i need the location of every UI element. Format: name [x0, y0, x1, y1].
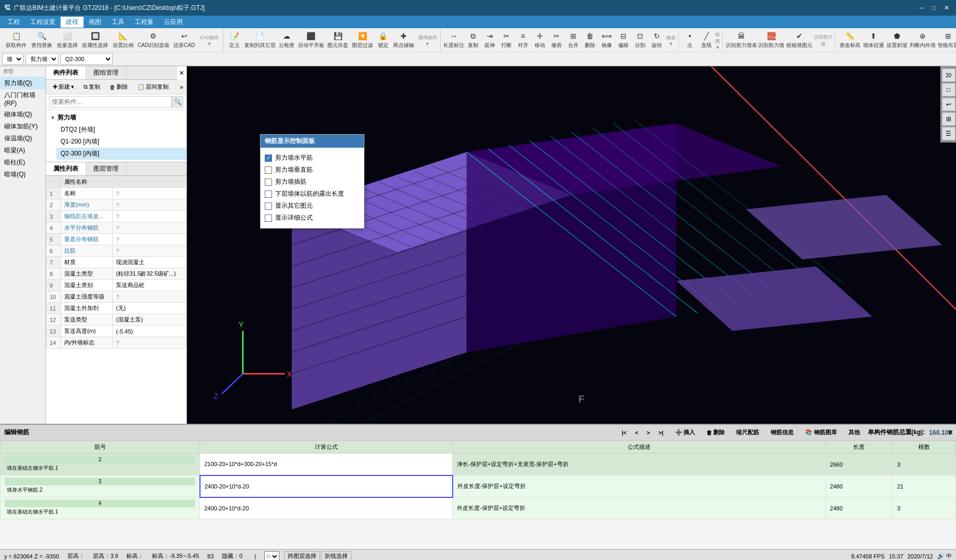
search-button[interactable]: 🔍: [172, 96, 183, 108]
attr-row-value[interactable]: (无): [113, 303, 186, 314]
menu-item-gongcheng[interactable]: 工程: [2, 17, 25, 28]
btn-status-1[interactable]: |: [251, 552, 259, 561]
btn-check-wall[interactable]: ✔ 校核墙图元: [786, 29, 812, 51]
btn-attr-select[interactable]: 🔲 按属性选择: [80, 29, 110, 51]
btn-polyline-select[interactable]: 折线选择: [321, 551, 351, 560]
btn-layer-copy[interactable]: 📋 层间复制: [134, 81, 172, 92]
btn-cad-options[interactable]: ⚙ CAD识别选项: [136, 29, 171, 51]
btn-delete[interactable]: 🗑 删除: [582, 29, 598, 51]
type-block-wall[interactable]: 砌体墙(Q): [0, 109, 45, 121]
btn-auto-align[interactable]: ⬛ 自动平齐板: [297, 29, 325, 51]
popup-checkbox-item[interactable]: 剪力墙垂直筋: [265, 164, 360, 176]
type-shear-wall[interactable]: 剪力墙(Q): [0, 77, 45, 89]
type-hidden-wall[interactable]: 暗墙(Q): [0, 169, 45, 181]
popup-checkbox-item[interactable]: 显示其它图元: [265, 200, 360, 212]
btn-rebar-info[interactable]: 钢筋信息: [767, 427, 797, 438]
btn-other[interactable]: 其他: [845, 427, 864, 438]
btn-delete-comp[interactable]: 🗑 删除: [106, 81, 132, 92]
type-block-rebar[interactable]: 砌体加筋(Y): [0, 121, 45, 133]
btn-length-mark[interactable]: ↔ 长度标注: [444, 29, 464, 51]
comp-panel-close[interactable]: ✕: [177, 68, 186, 78]
btn-wall-through[interactable]: ⬆ 墙体拉通: [862, 29, 884, 51]
popup-checkbox-item[interactable]: 下层墙体以筋的露出长度: [265, 188, 360, 200]
tab-drawing-manage[interactable]: 图纸管理: [86, 66, 126, 79]
btn-draw-point[interactable]: • 点: [682, 29, 698, 51]
tree-item-q2-300[interactable]: Q2-300 [内墙]: [56, 148, 186, 160]
btn-select-box[interactable]: □: [261, 550, 283, 561]
btn-smart-layout[interactable]: ⊞ 智能布置: [937, 29, 956, 51]
tree-item-dtq2[interactable]: DTQ2 [外墙]: [56, 124, 186, 136]
btn-scale-config[interactable]: 缩尺配筋: [733, 427, 763, 438]
tab-attr-list[interactable]: 属性列表: [46, 162, 86, 175]
btn-define[interactable]: 📝 定义: [227, 29, 242, 51]
side-btn-4[interactable]: ⊞: [942, 112, 955, 126]
btn-recognize-wall1[interactable]: 🏛 识别剪力墙表: [726, 29, 757, 51]
rebar-formula[interactable]: 2400-20+10*d-20: [200, 497, 453, 519]
popup-checkbox-item[interactable]: ✓剪力墙水平筋: [265, 152, 360, 164]
btn-new-comp[interactable]: ✚ 新建 ▾: [49, 81, 78, 92]
btn-nav-first[interactable]: |<: [618, 428, 631, 437]
btn-set-scale[interactable]: 📐 设置比例: [111, 29, 135, 51]
select-box-type[interactable]: □: [264, 551, 279, 561]
btn-cross-layer[interactable]: 跨图层选择: [284, 551, 320, 560]
bottom-close-btn[interactable]: ✕: [948, 429, 953, 436]
menu-item-gongchengshezhis[interactable]: 工程设置: [25, 17, 61, 28]
btn-rebar-delete[interactable]: 🗑 删除: [703, 427, 728, 438]
menu-item-shitu[interactable]: 视图: [84, 17, 107, 28]
btn-break[interactable]: ✂ 打断: [499, 29, 514, 51]
menu-item-gongchengliang[interactable]: 工程量: [129, 17, 159, 28]
btn-get-component[interactable]: 📋 获取构件: [4, 29, 29, 51]
tree-item-q1-200[interactable]: Q1-200 [内墙]: [56, 136, 186, 148]
element-type-select[interactable]: 墙: [2, 53, 23, 65]
btn-merge[interactable]: ⊞ 合并: [565, 29, 581, 51]
btn-trim[interactable]: ✂ 修剪: [549, 29, 564, 51]
btn-cloud-check[interactable]: ☁ 云检查: [277, 29, 296, 51]
btn-set-slope[interactable]: ⬟ 设置斜坡: [886, 29, 908, 51]
btn-mirror[interactable]: ⟺ 镜像: [599, 29, 615, 51]
minimize-button[interactable]: ─: [916, 3, 927, 13]
type-rf-wall[interactable]: 八门门框墙(RF): [0, 89, 45, 109]
menu-item-yunyingyong[interactable]: 云应用: [159, 17, 188, 28]
tab-component-list[interactable]: 构件列表: [46, 66, 86, 79]
attr-row-value[interactable]: (-5.45): [113, 326, 186, 337]
side-btn-2[interactable]: □: [942, 83, 955, 97]
new-comp-dropdown[interactable]: ▾: [71, 84, 74, 90]
btn-nav-next[interactable]: >: [643, 428, 654, 437]
btn-offset[interactable]: ⊟ 偏移: [616, 29, 631, 51]
tree-root-shear-wall[interactable]: ▼ 剪力墙: [46, 112, 186, 124]
sub-type-select[interactable]: 剪力墙: [26, 53, 58, 65]
attr-row-value[interactable]: (混凝土泵): [113, 314, 186, 326]
btn-move[interactable]: ✛ 移动: [532, 29, 548, 51]
popup-checkbox-item[interactable]: 剪力墙插筋: [265, 176, 360, 188]
btn-batch-select[interactable]: ⬜ 批量选择: [55, 29, 79, 51]
attr-row-value[interactable]: 泵送商品砼: [113, 280, 186, 291]
side-btn-1[interactable]: 20: [942, 68, 955, 82]
btn-copy-comp[interactable]: ⧉ 复制: [80, 81, 104, 92]
btn-nav-prev[interactable]: <: [631, 428, 642, 437]
menu-item-gongju[interactable]: 工具: [107, 17, 129, 28]
type-insulation-wall[interactable]: 保温墙(Q): [0, 133, 45, 145]
btn-draw-line[interactable]: ╱ 直线: [699, 29, 714, 51]
popup-header[interactable]: 钢筋显示控制面板: [261, 135, 364, 148]
rebar-formula[interactable]: 2100-20+10*d+300-20+15*d: [200, 454, 453, 475]
btn-copy[interactable]: ⧉ 复制: [465, 29, 481, 51]
btn-check-elev[interactable]: 📏 查改标高: [839, 29, 861, 51]
btn-lock[interactable]: 🔒 锁定: [375, 29, 391, 51]
side-btn-5[interactable]: ☰: [942, 127, 955, 140]
attr-row-value[interactable]: (粒径31.5龄32.5级矿...): [113, 268, 186, 280]
btn-two-point[interactable]: ✚ 两点辅轴: [392, 29, 416, 51]
btn-copy-layer[interactable]: 📄 复制到其它层: [243, 29, 276, 51]
btn-rebar-insert[interactable]: ➕ 插入: [671, 427, 699, 438]
btn-layer-filter[interactable]: 🔽 图层过滤: [351, 29, 374, 51]
btn-recognize-wall2[interactable]: 🧱 识别剪力墙: [758, 29, 785, 51]
btn-extend[interactable]: ⇥ 延伸: [482, 29, 498, 51]
btn-align[interactable]: ≡ 对齐: [515, 29, 531, 51]
rebar-formula[interactable]: 2400-20+10*d-20: [200, 475, 453, 497]
popup-checkbox-item[interactable]: 显示详细公式: [265, 212, 360, 224]
restore-button[interactable]: □: [929, 3, 939, 13]
spec-select[interactable]: Q2-300: [61, 53, 113, 65]
side-btn-3[interactable]: ↩: [942, 98, 955, 111]
btn-save-element[interactable]: 💾 图元存盘: [326, 29, 350, 51]
type-hidden-beam[interactable]: 暗梁(A): [0, 145, 45, 157]
btn-find-replace[interactable]: 🔍 查找替换: [30, 29, 54, 51]
